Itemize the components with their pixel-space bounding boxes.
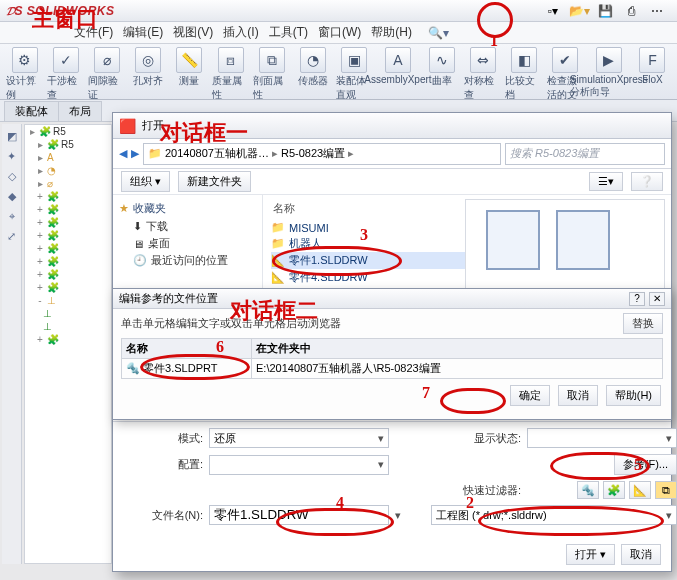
menu-insert[interactable]: 插入(I) — [219, 23, 262, 42]
ribbon-曲率[interactable]: ∿曲率 — [423, 47, 460, 88]
ribbon-icon: ⌀ — [94, 47, 120, 73]
search-input[interactable]: 搜索 R5-0823编置 — [505, 143, 665, 165]
breadcrumb[interactable]: 📁 20140807五轴机器… ▸ R5-0823编置 ▸ — [143, 143, 501, 165]
menu-bar: 文件(F) 编辑(E) 视图(V) 插入(I) 工具(T) 窗口(W) 帮助(H… — [0, 22, 677, 44]
qat-open-icon[interactable]: 📂▾ — [567, 2, 591, 20]
view-mode-icon[interactable]: ☰▾ — [589, 172, 623, 191]
ribbon-AssemblyXpert[interactable]: AAssemblyXpert — [377, 47, 419, 85]
ribbon-剖面属性[interactable]: ⧉剖面属性 — [253, 47, 290, 100]
menu-search-icon[interactable]: 🔍▾ — [424, 25, 453, 41]
breadcrumb-row: ◀ ▶ 📁 20140807五轴机器… ▸ R5-0823编置 ▸ 搜索 R5-… — [113, 139, 671, 169]
menu-edit[interactable]: 编辑(E) — [119, 23, 167, 42]
nav-downloads[interactable]: ⬇下载 — [119, 218, 256, 235]
help-icon[interactable]: ? — [629, 292, 645, 306]
qat-options-icon[interactable]: ⋯ — [645, 2, 669, 20]
menu-file[interactable]: 文件(F) — [70, 23, 117, 42]
organize-button[interactable]: 组织▾ — [121, 171, 170, 192]
ribbon-label: 设计算例 — [6, 74, 43, 100]
cancel-button[interactable]: 取消 — [621, 544, 661, 565]
menu-help[interactable]: 帮助(H) — [367, 23, 416, 42]
menu-window[interactable]: 窗口(W) — [314, 23, 365, 42]
quick-filter-top-icon[interactable]: ⧉ — [655, 481, 677, 499]
ribbon-间隙验证[interactable]: ⌀间隙验证 — [88, 47, 125, 100]
ribbon-toolbar: ⚙设计算例✓干涉检查⌀间隙验证◎孔对齐📏测量⧈质量属性⧉剖面属性◔传感器▣装配体… — [0, 44, 677, 100]
help-button[interactable]: 帮助(H) — [606, 385, 661, 406]
ribbon-测量[interactable]: 📏测量 — [171, 47, 208, 88]
mode-label: 模式: — [123, 431, 203, 446]
nav-back-icon[interactable]: ◀ — [119, 147, 127, 160]
quick-filter-asm-icon[interactable]: 🧩 — [603, 481, 625, 499]
display-state-label: 显示状态: — [431, 431, 521, 446]
col-name-header[interactable]: 名称 — [122, 339, 252, 359]
open-dialog-lower: 模式: 还原▾ 显示状态: ▾ 配置: ▾ 参考(F)... 快速过滤器: 🔩 … — [113, 421, 671, 531]
ref-folder-cell[interactable]: E:\20140807五轴机器人\R5-0823编置 — [252, 359, 663, 379]
ribbon-label: 剖面属性 — [253, 74, 290, 100]
file-type-filter-combo[interactable]: 工程图 (*.drw;*.slddrw)▾ — [431, 505, 677, 525]
nav-recent[interactable]: 🕘最近访问的位置 — [119, 252, 256, 269]
display-state-combo[interactable]: ▾ — [527, 428, 677, 448]
table-row: 🔩 零件3.SLDPRT E:\20140807五轴机器人\R5-0823编置 — [122, 359, 663, 379]
ref-name-cell[interactable]: 🔩 零件3.SLDPRT — [122, 359, 252, 379]
ribbon-FloX[interactable]: FFloX — [634, 47, 671, 85]
vt-icon[interactable]: ◇ — [5, 170, 19, 184]
vt-icon[interactable]: ◆ — [5, 190, 19, 204]
references-button[interactable]: 参考(F)... — [614, 454, 677, 475]
crumb-segment[interactable]: R5-0823编置 — [281, 146, 345, 161]
quick-filter-drw-icon[interactable]: 📐 — [629, 481, 651, 499]
ribbon-icon: A — [385, 47, 411, 73]
open-dialog-toolbar: 组织▾ 新建文件夹 ☰▾ ❔ — [113, 169, 671, 195]
open-dialog-titlebar: 🟥 打开 — [113, 113, 671, 139]
ribbon-传感器[interactable]: ◔传感器 — [295, 47, 332, 88]
feature-manager-tree[interactable]: ▸🧩R5 ▸🧩R5 ▸A ▸◔ ▸⌀ +🧩 +🧩 +🧩 +🧩 +🧩 +🧩 +🧩 … — [24, 124, 112, 564]
open-button[interactable]: 打开 ▾ — [566, 544, 615, 565]
filename-field[interactable] — [209, 505, 389, 525]
ribbon-质量属性[interactable]: ⧈质量属性 — [212, 47, 249, 100]
menu-tools[interactable]: 工具(T) — [265, 23, 312, 42]
close-icon[interactable]: ✕ — [649, 292, 665, 306]
crumb-segment[interactable]: 20140807五轴机器… — [165, 146, 269, 161]
tab-assembly[interactable]: 装配体 — [4, 101, 59, 121]
sw-icon: 🟥 — [119, 118, 136, 134]
config-combo[interactable]: ▾ — [209, 455, 389, 475]
nav-fwd-icon[interactable]: ▶ — [131, 147, 139, 160]
mode-combo[interactable]: 还原▾ — [209, 428, 389, 448]
new-folder-button[interactable]: 新建文件夹 — [178, 171, 251, 192]
folder-icon: 📁 — [148, 147, 162, 160]
qat-new-icon[interactable]: ▫▾ — [541, 2, 565, 20]
qat-save-icon[interactable]: 💾 — [593, 2, 617, 20]
vt-icon[interactable]: ⌖ — [5, 210, 19, 224]
col-folder-header[interactable]: 在文件夹中 — [252, 339, 663, 359]
cancel-button-2[interactable]: 取消 — [558, 385, 598, 406]
ribbon-干涉检查[interactable]: ✓干涉检查 — [47, 47, 84, 100]
references-table[interactable]: 名称 在文件夹中 🔩 零件3.SLDPRT E:\20140807五轴机器人\R… — [121, 338, 663, 379]
ribbon-label: 间隙验证 — [88, 74, 125, 100]
menu-view[interactable]: 视图(V) — [169, 23, 217, 42]
help-icon[interactable]: ❔ — [631, 172, 663, 191]
ribbon-label: 传感器 — [298, 74, 328, 88]
vt-icon[interactable]: ◩ — [5, 130, 19, 144]
ribbon-label: 孔对齐 — [133, 74, 163, 88]
open-dialog-title: 打开 — [142, 118, 164, 133]
ribbon-孔对齐[interactable]: ◎孔对齐 — [130, 47, 167, 88]
vt-icon[interactable]: ✦ — [5, 150, 19, 164]
ribbon-icon: ⚙ — [12, 47, 38, 73]
ribbon-比较文档[interactable]: ◧比较文档 — [505, 47, 542, 100]
ribbon-icon: ⧉ — [259, 47, 285, 73]
ribbon-label: 曲率 — [432, 74, 452, 88]
vt-icon[interactable]: ⤢ — [5, 230, 19, 244]
filename-label: 文件名(N): — [123, 508, 203, 523]
tab-layout[interactable]: 布局 — [58, 101, 102, 121]
ribbon-设计算例[interactable]: ⚙设计算例 — [6, 47, 43, 100]
filename-dropdown-icon[interactable]: ▾ — [395, 509, 425, 522]
quick-filter-part-icon[interactable]: 🔩 — [577, 481, 599, 499]
nav-favorites-header[interactable]: ★收藏夹 — [119, 201, 256, 216]
view-toolbar-vertical: ◩ ✦ ◇ ◆ ⌖ ⤢ — [2, 124, 22, 564]
ok-button[interactable]: 确定 — [510, 385, 550, 406]
ribbon-icon: ◔ — [300, 47, 326, 73]
replace-button[interactable]: 替换 — [623, 313, 663, 334]
ribbon-icon: ▶ — [596, 47, 622, 73]
ribbon-对称检查[interactable]: ⇔对称检查 — [464, 47, 501, 100]
ribbon-SimulationXpress 分析向导[interactable]: ▶SimulationXpress 分析向导 — [588, 47, 630, 99]
nav-desktop[interactable]: 🖥桌面 — [119, 235, 256, 252]
qat-print-icon[interactable]: ⎙ — [619, 2, 643, 20]
